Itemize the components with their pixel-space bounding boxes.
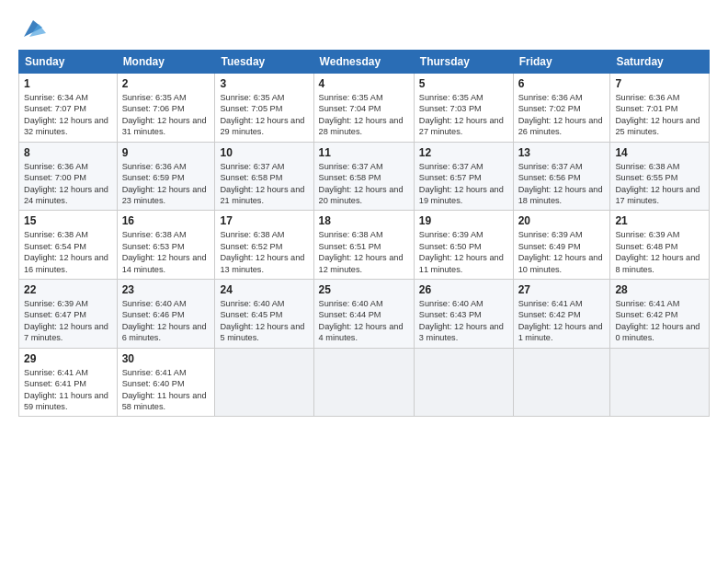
calendar-cell: 2Sunrise: 6:35 AM Sunset: 7:06 PM Daylig… <box>117 74 215 143</box>
day-number: 4 <box>319 77 409 90</box>
day-info: Sunrise: 6:40 AM Sunset: 6:44 PM Dayligh… <box>319 298 409 344</box>
day-number: 8 <box>24 146 112 159</box>
day-info: Sunrise: 6:35 AM Sunset: 7:03 PM Dayligh… <box>419 92 508 138</box>
calendar-week-row: 29Sunrise: 6:41 AM Sunset: 6:41 PM Dayli… <box>19 348 710 417</box>
day-info: Sunrise: 6:40 AM Sunset: 6:46 PM Dayligh… <box>122 298 210 344</box>
day-info: Sunrise: 6:40 AM Sunset: 6:45 PM Dayligh… <box>220 298 308 344</box>
calendar-cell: 11Sunrise: 6:37 AM Sunset: 6:58 PM Dayli… <box>313 142 414 211</box>
day-number: 28 <box>615 283 704 296</box>
header-thursday: Thursday <box>414 51 513 74</box>
calendar-cell: 4Sunrise: 6:35 AM Sunset: 7:04 PM Daylig… <box>313 74 414 143</box>
day-info: Sunrise: 6:37 AM Sunset: 6:57 PM Dayligh… <box>419 161 508 207</box>
day-info: Sunrise: 6:34 AM Sunset: 7:07 PM Dayligh… <box>24 92 112 138</box>
calendar-cell <box>414 348 513 417</box>
day-number: 14 <box>615 146 704 159</box>
day-info: Sunrise: 6:36 AM Sunset: 6:59 PM Dayligh… <box>122 161 210 207</box>
day-info: Sunrise: 6:36 AM Sunset: 7:02 PM Dayligh… <box>518 92 606 138</box>
day-info: Sunrise: 6:39 AM Sunset: 6:50 PM Dayligh… <box>419 229 508 275</box>
day-info: Sunrise: 6:38 AM Sunset: 6:51 PM Dayligh… <box>319 229 409 275</box>
calendar-cell: 16Sunrise: 6:38 AM Sunset: 6:53 PM Dayli… <box>117 211 215 280</box>
header-tuesday: Tuesday <box>215 51 313 74</box>
calendar-cell: 1Sunrise: 6:34 AM Sunset: 7:07 PM Daylig… <box>19 74 118 143</box>
calendar-cell: 19Sunrise: 6:39 AM Sunset: 6:50 PM Dayli… <box>414 211 513 280</box>
calendar-cell: 22Sunrise: 6:39 AM Sunset: 6:47 PM Dayli… <box>19 280 118 349</box>
calendar-cell: 13Sunrise: 6:37 AM Sunset: 6:56 PM Dayli… <box>513 142 610 211</box>
day-info: Sunrise: 6:37 AM Sunset: 6:56 PM Dayligh… <box>518 161 606 207</box>
calendar-cell: 29Sunrise: 6:41 AM Sunset: 6:41 PM Dayli… <box>19 348 118 417</box>
day-number: 10 <box>220 146 308 159</box>
day-number: 30 <box>122 352 210 365</box>
day-number: 13 <box>518 146 606 159</box>
calendar-cell <box>513 348 610 417</box>
day-info: Sunrise: 6:35 AM Sunset: 7:05 PM Dayligh… <box>220 92 308 138</box>
day-info: Sunrise: 6:41 AM Sunset: 6:40 PM Dayligh… <box>122 367 210 413</box>
day-number: 18 <box>319 214 409 227</box>
calendar-cell: 8Sunrise: 6:36 AM Sunset: 7:00 PM Daylig… <box>19 142 118 211</box>
day-number: 22 <box>24 283 112 296</box>
day-info: Sunrise: 6:41 AM Sunset: 6:42 PM Dayligh… <box>615 298 704 344</box>
day-info: Sunrise: 6:39 AM Sunset: 6:48 PM Dayligh… <box>615 229 704 275</box>
calendar-cell: 18Sunrise: 6:38 AM Sunset: 6:51 PM Dayli… <box>313 211 414 280</box>
day-number: 9 <box>122 146 210 159</box>
day-info: Sunrise: 6:35 AM Sunset: 7:04 PM Dayligh… <box>319 92 409 138</box>
calendar-cell: 15Sunrise: 6:38 AM Sunset: 6:54 PM Dayli… <box>19 211 118 280</box>
header-sunday: Sunday <box>19 51 118 74</box>
day-number: 16 <box>122 214 210 227</box>
day-info: Sunrise: 6:35 AM Sunset: 7:06 PM Dayligh… <box>122 92 210 138</box>
calendar-cell: 30Sunrise: 6:41 AM Sunset: 6:40 PM Dayli… <box>117 348 215 417</box>
day-info: Sunrise: 6:40 AM Sunset: 6:43 PM Dayligh… <box>419 298 508 344</box>
calendar-header-row: SundayMondayTuesdayWednesdayThursdayFrid… <box>19 51 710 74</box>
day-number: 19 <box>419 214 508 227</box>
day-info: Sunrise: 6:37 AM Sunset: 6:58 PM Dayligh… <box>319 161 409 207</box>
logo-icon <box>20 15 46 40</box>
day-number: 20 <box>518 214 606 227</box>
calendar-week-row: 15Sunrise: 6:38 AM Sunset: 6:54 PM Dayli… <box>19 211 710 280</box>
header-monday: Monday <box>117 51 215 74</box>
calendar-cell: 27Sunrise: 6:41 AM Sunset: 6:42 PM Dayli… <box>513 280 610 349</box>
calendar-cell: 5Sunrise: 6:35 AM Sunset: 7:03 PM Daylig… <box>414 74 513 143</box>
day-info: Sunrise: 6:37 AM Sunset: 6:58 PM Dayligh… <box>220 161 308 207</box>
calendar-cell: 28Sunrise: 6:41 AM Sunset: 6:42 PM Dayli… <box>610 280 710 349</box>
day-info: Sunrise: 6:36 AM Sunset: 7:00 PM Dayligh… <box>24 161 112 207</box>
day-info: Sunrise: 6:39 AM Sunset: 6:47 PM Dayligh… <box>24 298 112 344</box>
calendar-week-row: 22Sunrise: 6:39 AM Sunset: 6:47 PM Dayli… <box>19 280 710 349</box>
day-number: 25 <box>319 283 409 296</box>
calendar-week-row: 1Sunrise: 6:34 AM Sunset: 7:07 PM Daylig… <box>19 74 710 143</box>
calendar-table: SundayMondayTuesdayWednesdayThursdayFrid… <box>18 50 710 417</box>
calendar-cell: 7Sunrise: 6:36 AM Sunset: 7:01 PM Daylig… <box>610 74 710 143</box>
day-number: 23 <box>122 283 210 296</box>
header-friday: Friday <box>513 51 610 74</box>
calendar-cell: 21Sunrise: 6:39 AM Sunset: 6:48 PM Dayli… <box>610 211 710 280</box>
day-number: 17 <box>220 214 308 227</box>
calendar-cell <box>313 348 414 417</box>
calendar-cell: 17Sunrise: 6:38 AM Sunset: 6:52 PM Dayli… <box>215 211 313 280</box>
calendar-cell: 10Sunrise: 6:37 AM Sunset: 6:58 PM Dayli… <box>215 142 313 211</box>
day-number: 7 <box>615 77 704 90</box>
calendar-cell <box>215 348 313 417</box>
header-wednesday: Wednesday <box>313 51 414 74</box>
calendar-cell: 25Sunrise: 6:40 AM Sunset: 6:44 PM Dayli… <box>313 280 414 349</box>
day-info: Sunrise: 6:41 AM Sunset: 6:42 PM Dayligh… <box>518 298 606 344</box>
day-number: 24 <box>220 283 308 296</box>
day-number: 26 <box>419 283 508 296</box>
page: SundayMondayTuesdayWednesdayThursdayFrid… <box>0 0 728 426</box>
calendar-cell: 6Sunrise: 6:36 AM Sunset: 7:02 PM Daylig… <box>513 74 610 143</box>
header <box>18 15 710 40</box>
day-number: 21 <box>615 214 704 227</box>
calendar-cell: 26Sunrise: 6:40 AM Sunset: 6:43 PM Dayli… <box>414 280 513 349</box>
day-info: Sunrise: 6:38 AM Sunset: 6:55 PM Dayligh… <box>615 161 704 207</box>
calendar-cell: 12Sunrise: 6:37 AM Sunset: 6:57 PM Dayli… <box>414 142 513 211</box>
day-info: Sunrise: 6:38 AM Sunset: 6:52 PM Dayligh… <box>220 229 308 275</box>
calendar-cell: 23Sunrise: 6:40 AM Sunset: 6:46 PM Dayli… <box>117 280 215 349</box>
day-number: 29 <box>24 352 112 365</box>
day-number: 3 <box>220 77 308 90</box>
day-number: 12 <box>419 146 508 159</box>
calendar-cell: 3Sunrise: 6:35 AM Sunset: 7:05 PM Daylig… <box>215 74 313 143</box>
day-number: 6 <box>518 77 606 90</box>
calendar-cell: 9Sunrise: 6:36 AM Sunset: 6:59 PM Daylig… <box>117 142 215 211</box>
day-number: 11 <box>319 146 409 159</box>
day-info: Sunrise: 6:36 AM Sunset: 7:01 PM Dayligh… <box>615 92 704 138</box>
calendar-cell: 20Sunrise: 6:39 AM Sunset: 6:49 PM Dayli… <box>513 211 610 280</box>
calendar-week-row: 8Sunrise: 6:36 AM Sunset: 7:00 PM Daylig… <box>19 142 710 211</box>
day-number: 2 <box>122 77 210 90</box>
